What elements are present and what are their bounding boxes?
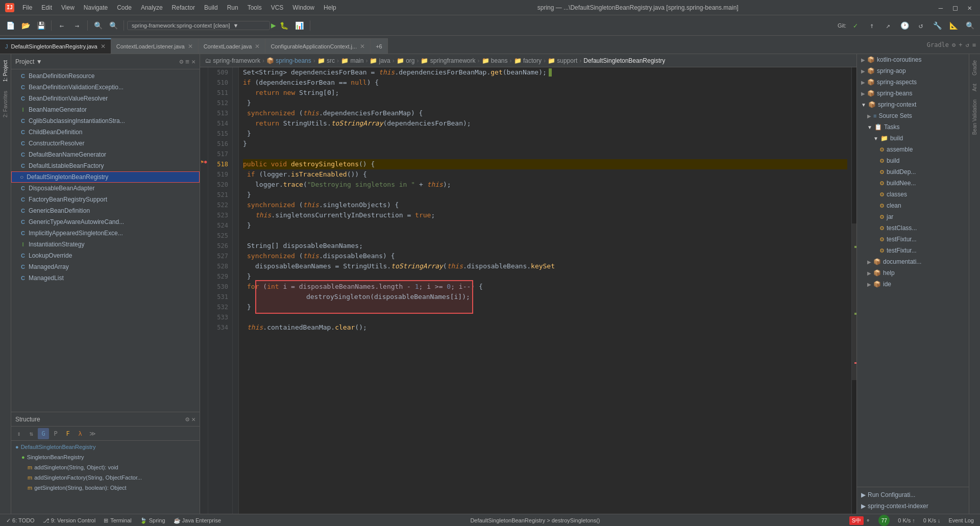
- layout-button[interactable]: 📐: [946, 18, 961, 33]
- file-disposable-bean[interactable]: C DisposableBeanAdapter: [11, 183, 200, 194]
- file-bean-def-resource[interactable]: C BeanDefinitionResource: [11, 70, 200, 82]
- gradle-task-build[interactable]: ⚙ build: [857, 155, 969, 166]
- menu-navigate[interactable]: Navigate: [80, 3, 112, 12]
- git-history-button[interactable]: 🕐: [897, 18, 912, 33]
- tab-default-singleton[interactable]: J DefaultSingletonBeanRegistry.java ✕: [0, 38, 111, 54]
- menu-edit[interactable]: Edit: [37, 3, 56, 12]
- gradle-spring-aop[interactable]: ▶ 📦 spring-aop: [857, 65, 969, 77]
- file-implicitly-appeared[interactable]: C ImplicitlyAppearedSingletonExce...: [11, 228, 200, 239]
- spring-context-indexer-item[interactable]: ▶ spring-context-indexer: [861, 500, 965, 512]
- close-button[interactable]: ✕: [965, 3, 975, 13]
- bc-spring-beans[interactable]: 📦 spring-beans: [266, 57, 311, 64]
- back-button[interactable]: ←: [55, 18, 69, 33]
- show-inherited-button[interactable]: G: [38, 428, 49, 439]
- gradle-task-jar[interactable]: ⚙ jar: [857, 211, 969, 222]
- project-panel-tab[interactable]: 1: Project: [2, 56, 9, 86]
- zoom-out-button[interactable]: 🔍: [106, 18, 120, 33]
- bc-support[interactable]: 📁 support: [548, 57, 577, 64]
- bc-org[interactable]: 📁 org: [397, 57, 415, 64]
- structure-close-icon[interactable]: ✕: [191, 415, 195, 423]
- menu-window[interactable]: Window: [288, 3, 318, 12]
- gradle-source-sets[interactable]: ▶ ≡ Source Sets: [857, 110, 969, 121]
- git-push-button[interactable]: ↗: [881, 18, 895, 33]
- event-log-status[interactable]: Event Log: [946, 515, 976, 526]
- panel-close-icon[interactable]: ✕: [191, 58, 195, 65]
- struct-interface[interactable]: ● SingletonBeanRegistry: [11, 452, 200, 462]
- bc-main[interactable]: 📁 main: [341, 57, 363, 64]
- sort-alpha-button[interactable]: ↕: [13, 428, 24, 439]
- bc-beans[interactable]: 📁 beans: [482, 57, 508, 64]
- file-constructor-resolver[interactable]: C ConstructorResolver: [11, 138, 200, 149]
- gradle-refresh-icon[interactable]: ↺: [966, 41, 969, 48]
- ant-vert-tab[interactable]: Ant: [971, 80, 978, 95]
- more-button[interactable]: ≫: [87, 428, 98, 439]
- struct-method-1[interactable]: m addSingleton(String, Object): void: [11, 462, 200, 472]
- file-bean-def-validation[interactable]: C BeanDefinitionValidationExceptio...: [11, 82, 200, 93]
- menu-code[interactable]: Code: [113, 3, 136, 12]
- spring-status[interactable]: 🍃 Spring: [138, 517, 167, 524]
- file-generic-bean-def[interactable]: C GenericBeanDefinition: [11, 205, 200, 216]
- tab-configurable-app-context[interactable]: ConfigurableApplicationContext.j... ✕: [265, 38, 371, 54]
- java-enterprise-status[interactable]: ☕ Java Enterprise: [172, 517, 223, 524]
- bc-factory[interactable]: 📁 factory: [514, 57, 542, 64]
- structure-gear-icon[interactable]: ⚙: [185, 415, 189, 423]
- gradle-vert-tab[interactable]: Gradle: [971, 56, 978, 80]
- git-checkmark-button[interactable]: ✓: [848, 18, 863, 33]
- battery-status[interactable]: 77: [876, 515, 892, 526]
- debug-button[interactable]: 🐛: [277, 18, 291, 33]
- struct-method-2[interactable]: m addSingletonFactory(String, ObjectFact…: [11, 472, 200, 483]
- minimize-button[interactable]: —: [936, 3, 946, 13]
- struct-method-3[interactable]: m getSingleton(String, boolean): Object: [11, 483, 200, 493]
- gradle-documentation[interactable]: ▶ 📦 documentati...: [857, 256, 969, 267]
- file-lookup-override[interactable]: C LookupOverride: [11, 250, 200, 261]
- gradle-help[interactable]: ▶ 📦 help: [857, 267, 969, 279]
- file-bean-def-value-resolver[interactable]: C BeanDefinitionValueResolver: [11, 93, 200, 104]
- gradle-task-testclass[interactable]: ⚙ testClass...: [857, 222, 969, 234]
- favorites-tab[interactable]: 2: Favorites: [2, 87, 9, 121]
- code-content[interactable]: Set<String> dependenciesForBean = this.d…: [239, 67, 851, 514]
- tab-context-loader-listener[interactable]: ContextLoaderListener.java ✕: [111, 38, 199, 54]
- gradle-kotlin-coroutines[interactable]: ▶ 📦 kotlin-coroutines: [857, 54, 969, 65]
- file-default-singleton[interactable]: ○ DefaultSingletonBeanRegistry: [11, 171, 200, 183]
- gradle-task-buildnee[interactable]: ⚙ buildNee...: [857, 178, 969, 189]
- tab-close-button[interactable]: ✕: [188, 43, 193, 50]
- menu-run[interactable]: Run: [223, 3, 242, 12]
- tab-close-button[interactable]: ✕: [255, 43, 260, 50]
- maximize-button[interactable]: □: [950, 3, 960, 13]
- gradle-task-clean[interactable]: ⚙ clean: [857, 200, 969, 211]
- menu-vcs[interactable]: VCS: [267, 3, 288, 12]
- panel-collapse-icon[interactable]: ≡: [185, 58, 189, 65]
- gradle-spring-beans[interactable]: ▶ 📦 spring-beans: [857, 88, 969, 99]
- gradle-build-folder[interactable]: ▼ 📁 build: [857, 133, 969, 144]
- menu-analyze[interactable]: Analyze: [137, 3, 167, 12]
- file-default-bean-name-gen[interactable]: C DefaultBeanNameGenerator: [11, 149, 200, 160]
- bc-java[interactable]: 📁 java: [370, 57, 390, 64]
- file-instantiation-strategy[interactable]: I InstantiationStrategy: [11, 239, 200, 250]
- menu-refactor[interactable]: Refactor: [168, 3, 199, 12]
- show-fields-button[interactable]: P: [50, 428, 61, 439]
- run-config-selector[interactable]: spring-framework:spring-context [clean] …: [127, 21, 270, 30]
- sort-type-button[interactable]: ⇅: [26, 428, 37, 439]
- gradle-tasks[interactable]: ▼ 📋 Tasks: [857, 121, 969, 133]
- gradle-settings-icon[interactable]: ⚙: [952, 41, 955, 48]
- run-button[interactable]: ▶: [271, 20, 276, 30]
- file-factory-bean-registry[interactable]: C FactoryBeanRegistrySupport: [11, 194, 200, 205]
- file-generic-type-aware[interactable]: C GenericTypeAwareAutowireCand...: [11, 216, 200, 228]
- gradle-task-builddep[interactable]: ⚙ buildDep...: [857, 166, 969, 178]
- menu-tools[interactable]: Tools: [243, 3, 266, 12]
- gradle-task-classes[interactable]: ⚙ classes: [857, 189, 969, 200]
- ime-status[interactable]: S中 ⚬: [847, 515, 872, 526]
- tab-more[interactable]: +6: [371, 38, 388, 54]
- version-control-status[interactable]: ⎇ 9: Version Control: [41, 517, 98, 524]
- settings-button[interactable]: 🔧: [930, 18, 944, 33]
- gradle-collapse-icon[interactable]: ≡: [972, 41, 976, 48]
- file-bean-name-generator[interactable]: I BeanNameGenerator: [11, 104, 200, 115]
- open-button[interactable]: 📂: [18, 18, 33, 33]
- save-button[interactable]: 💾: [34, 18, 48, 33]
- new-file-button[interactable]: 📄: [3, 18, 17, 33]
- tab-close-button[interactable]: ✕: [101, 43, 106, 50]
- git-rollback-button[interactable]: ↺: [914, 18, 928, 33]
- zoom-in-button[interactable]: 🔍: [91, 18, 105, 33]
- struct-class[interactable]: ● DefaultSingletonBeanRegistry: [11, 442, 200, 452]
- coverage-button[interactable]: 📊: [292, 18, 307, 33]
